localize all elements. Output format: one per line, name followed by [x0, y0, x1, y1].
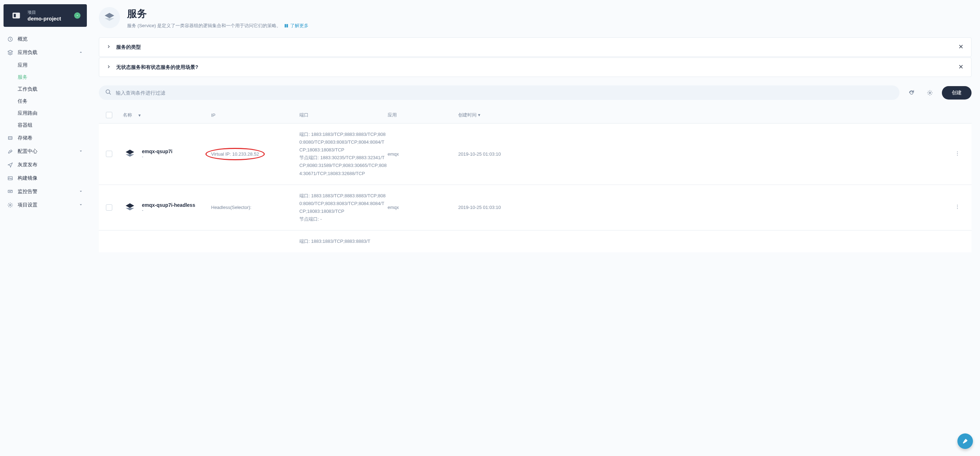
search-icon	[105, 89, 111, 96]
sidebar-item-tasks[interactable]: 任务	[0, 95, 91, 107]
book-icon	[284, 23, 289, 28]
service-row-icon	[123, 200, 137, 214]
image-icon	[7, 175, 13, 181]
sort-icon: ▾	[478, 112, 480, 118]
row-checkbox[interactable]	[106, 151, 112, 157]
svg-point-10	[929, 92, 931, 94]
fab-button[interactable]	[958, 434, 973, 449]
service-ports: 端口: 1883:1883/TCP;8883:8883/T	[299, 238, 388, 245]
more-button[interactable]	[955, 152, 960, 157]
svg-point-7	[10, 204, 11, 206]
page-header: 服务 服务 (Service) 是定义了一类容器组的逻辑集合和一个用于访问它们的…	[99, 7, 972, 29]
service-app: emqx	[388, 151, 458, 157]
project-label: 项目	[27, 10, 69, 16]
info-panel-scenario[interactable]: 无状态服务和有状态服务的使用场景?	[99, 57, 972, 77]
row-checkbox[interactable]	[106, 204, 112, 211]
svg-rect-6	[8, 190, 12, 193]
sidebar-item-pods[interactable]: 容器组	[0, 119, 91, 131]
search-input[interactable]	[116, 90, 893, 95]
service-ports: 端口: 1883:1883/TCP;8883:8883/TCP;8080:808…	[299, 192, 388, 215]
table-row[interactable]: emqx-qsup7i-headless - Headless(Selector…	[99, 185, 972, 230]
svg-line-9	[109, 93, 111, 95]
svg-point-15	[957, 207, 958, 207]
services-table: 名称▾ IP 端口 应用 创建时间▾ emqx-qsup7i - Virtual…	[99, 107, 972, 253]
svg-rect-0	[13, 13, 20, 18]
service-row-icon	[123, 147, 137, 161]
service-sub: -	[142, 154, 172, 159]
sidebar-item-workload[interactable]: 应用负载	[0, 46, 91, 59]
table-header: 名称▾ IP 端口 应用 创建时间▾	[99, 107, 972, 124]
service-ip: Virtual IP: 10.233.28.52	[211, 151, 259, 157]
sidebar-item-config[interactable]: 配置中心	[0, 145, 91, 158]
layers-icon	[7, 49, 13, 56]
table-row[interactable]: emqx-qsup7i - Virtual IP: 10.233.28.52 端…	[99, 124, 972, 185]
sidebar: 项目 demo-project 概览 应用负载 应用 服务	[0, 0, 91, 456]
svg-point-16	[957, 208, 958, 209]
more-button[interactable]	[955, 205, 960, 211]
column-name[interactable]: 名称▾	[123, 112, 211, 118]
close-icon[interactable]	[958, 43, 964, 51]
storage-icon	[7, 135, 13, 141]
project-name: demo-project	[27, 16, 69, 22]
sidebar-item-service[interactable]: 服务	[0, 71, 91, 83]
sidebar-item-app[interactable]: 应用	[0, 59, 91, 71]
monitor-icon	[7, 189, 13, 195]
service-node-ports: 节点端口: 1883:30235/TCP;8883:32341/TCP;8080…	[299, 154, 388, 177]
service-time: 2019-10-25 01:03:10	[458, 151, 950, 157]
sidebar-item-routes[interactable]: 应用路由	[0, 107, 91, 119]
chevron-right-icon	[106, 64, 111, 70]
column-time[interactable]: 创建时间▾	[458, 112, 950, 118]
toolbar: 创建	[99, 86, 972, 100]
svg-point-14	[957, 205, 958, 206]
svg-point-13	[957, 155, 958, 156]
close-icon[interactable]	[958, 64, 964, 71]
sort-icon: ▾	[138, 113, 141, 118]
sidebar-item-settings[interactable]: 项目设置	[0, 199, 91, 212]
service-ip: Headless(Selector):	[211, 205, 299, 210]
sidebar-item-storage[interactable]: 存储卷	[0, 131, 91, 145]
bird-icon	[7, 162, 13, 168]
service-name: emqx-qsup7i	[142, 149, 172, 154]
settings-button[interactable]	[924, 86, 936, 99]
chevron-right-icon	[106, 44, 111, 50]
service-app: emqx	[388, 205, 458, 210]
hammer-icon	[7, 148, 13, 154]
service-sub: -	[142, 208, 195, 213]
service-time: 2019-10-25 01:03:10	[458, 205, 950, 210]
svg-point-12	[957, 153, 958, 154]
column-port: 端口	[299, 111, 388, 119]
create-button[interactable]: 创建	[942, 86, 972, 100]
chevron-down-icon	[78, 149, 83, 154]
column-app: 应用	[388, 112, 458, 118]
chevron-down-icon	[78, 189, 83, 195]
service-node-ports: 节点端口: -	[299, 215, 388, 223]
service-header-icon	[99, 7, 120, 28]
project-selector[interactable]: 项目 demo-project	[3, 4, 87, 27]
main-content: 服务 服务 (Service) 是定义了一类容器组的逻辑集合和一个用于访问它们的…	[91, 0, 980, 456]
page-description: 服务 (Service) 是定义了一类容器组的逻辑集合和一个用于访问它们的策略。	[127, 22, 281, 29]
refresh-button[interactable]	[905, 86, 918, 99]
info-panel-type[interactable]: 服务的类型	[99, 37, 972, 57]
sidebar-item-build[interactable]: 构建镜像	[0, 172, 91, 185]
search-box[interactable]	[99, 86, 899, 100]
project-dropdown-icon[interactable]	[74, 12, 81, 19]
project-icon	[10, 9, 22, 22]
table-row[interactable]: 端口: 1883:1883/TCP;8883:8883/T	[99, 230, 972, 253]
service-name: emqx-qsup7i-headless	[142, 202, 195, 208]
service-ports: 端口: 1883:1883/TCP;8883:8883/TCP;8080:808…	[299, 130, 388, 154]
svg-rect-1	[14, 14, 16, 17]
chevron-up-icon	[78, 50, 83, 56]
learn-more-link[interactable]: 了解更多	[284, 22, 309, 29]
column-ip: IP	[211, 113, 299, 118]
sidebar-item-grayscale[interactable]: 灰度发布	[0, 158, 91, 172]
sidebar-item-monitor[interactable]: 监控告警	[0, 185, 91, 199]
gear-icon	[7, 202, 13, 208]
sidebar-item-overview[interactable]: 概览	[0, 32, 91, 46]
svg-point-8	[106, 90, 110, 94]
overview-icon	[7, 36, 13, 42]
sidebar-item-workloads[interactable]: 工作负载	[0, 83, 91, 95]
svg-point-11	[957, 151, 958, 152]
chevron-down-icon	[78, 202, 83, 208]
select-all-checkbox[interactable]	[106, 112, 112, 118]
page-title: 服务	[127, 7, 309, 21]
